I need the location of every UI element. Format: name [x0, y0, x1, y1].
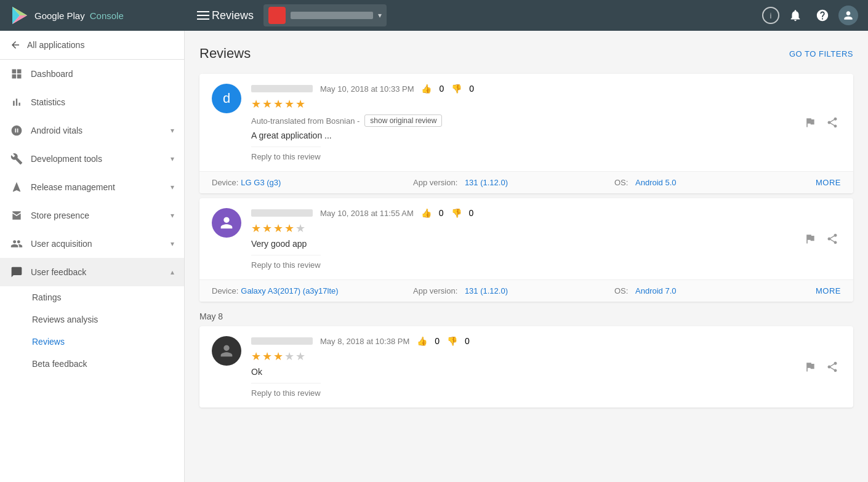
device-value-2: Galaxy A3(2017) (a3y17lte) — [241, 286, 338, 295]
review-text-3: Ok — [251, 367, 792, 377]
thumbs-up-icon-2: 👍 — [421, 208, 432, 218]
footer-os-2: OS: Android 7.0 — [614, 286, 816, 295]
review-header-1: May 10, 2018 at 10:33 PM 👍 0 👎 0 — [251, 84, 792, 94]
sidebar-sub-reviews[interactable]: Reviews — [0, 331, 184, 353]
page-header: Reviews GO TO FILTERS — [199, 46, 853, 62]
share-button-2[interactable] — [824, 230, 841, 250]
appversion-value-2: 131 (1.12.0) — [465, 286, 508, 295]
go-to-filters-button[interactable]: GO TO FILTERS — [789, 49, 853, 58]
star-2-1: ★ — [251, 222, 261, 235]
thumbs-down-icon-1: 👎 — [451, 84, 462, 94]
review-header-3: May 8, 2018 at 10:38 PM 👍 0 👎 0 — [251, 336, 792, 346]
notifications-button[interactable] — [784, 4, 806, 26]
avatar-icon — [842, 9, 854, 22]
hamburger-button[interactable] — [195, 9, 212, 22]
thumbs-up-count-1: 0 — [439, 84, 444, 94]
sidebar-item-user-feedback[interactable]: User feedback ▴ — [0, 258, 184, 286]
reviewer-avatar-2 — [212, 208, 241, 238]
info-button[interactable]: i — [762, 7, 779, 24]
translation-text-1: Auto-translated from Bosnian - — [251, 116, 360, 126]
flag-button-3[interactable] — [802, 358, 819, 378]
back-to-all-apps[interactable]: All applications — [0, 31, 184, 60]
translation-row-1: Auto-translated from Bosnian - show orig… — [251, 114, 792, 127]
review-card-2: May 10, 2018 at 11:55 AM 👍 0 👎 0 ★ ★ ★ ★… — [199, 198, 853, 302]
sidebar-item-release-management[interactable]: Release management ▾ — [0, 173, 184, 201]
chevron-down-icon-2: ▾ — [171, 155, 174, 163]
review-card-1: d May 10, 2018 at 10:33 PM 👍 0 👎 0 ★ ★ ★ — [199, 74, 853, 193]
sidebar-sub-reviews-analysis[interactable]: Reviews analysis — [0, 308, 184, 331]
review-actions-3 — [802, 336, 841, 398]
star-2-4: ★ — [284, 222, 294, 235]
reply-link-1[interactable]: Reply to this review — [251, 147, 321, 161]
star-2-5: ★ — [295, 222, 305, 235]
sidebar-statistics-label: Statistics — [31, 97, 174, 107]
app-icon — [268, 7, 286, 24]
share-icon-1 — [826, 116, 838, 129]
review-main-1: d May 10, 2018 at 10:33 PM 👍 0 👎 0 ★ ★ ★ — [199, 74, 853, 171]
date-separator-may8: May 8 — [199, 311, 853, 321]
stars-row-3: ★ ★ ★ ★ ★ — [251, 350, 792, 363]
device-label-1: Device: — [212, 178, 238, 187]
footer-os-1: OS: Android 5.0 — [614, 178, 816, 187]
sidebar-item-statistics[interactable]: Statistics — [0, 88, 184, 116]
more-button-1[interactable]: MORE — [816, 178, 841, 187]
review-card-3: May 8, 2018 at 10:38 PM 👍 0 👎 0 ★ ★ ★ ★ … — [199, 326, 853, 408]
reply-link-3[interactable]: Reply to this review — [251, 383, 321, 398]
stars-row-2: ★ ★ ★ ★ ★ — [251, 222, 792, 235]
chevron-down-icon: ▾ — [171, 126, 174, 135]
flag-icon-2 — [804, 233, 816, 245]
show-original-button-1[interactable]: show original review — [364, 114, 442, 127]
sidebar-item-development-tools[interactable]: Development tools ▾ — [0, 145, 184, 173]
flag-button-2[interactable] — [802, 230, 819, 250]
sidebar-item-user-acquisition[interactable]: User acquisition ▾ — [0, 230, 184, 258]
star-3-1: ★ — [251, 350, 261, 363]
header-icons: i — [762, 4, 858, 26]
reply-link-2[interactable]: Reply to this review — [251, 255, 321, 270]
thumbs-down-count-3: 0 — [465, 336, 470, 346]
user-avatar-button[interactable] — [838, 6, 858, 25]
review-text-2: Very good app — [251, 239, 792, 249]
review-content-3: May 8, 2018 at 10:38 PM 👍 0 👎 0 ★ ★ ★ ★ … — [251, 336, 792, 398]
thumbs-down-icon-2: 👎 — [451, 208, 462, 218]
device-value-1: LG G3 (g3) — [241, 178, 281, 187]
sidebar-android-vitals-label: Android vitals — [31, 126, 163, 135]
device-label-2: Device: — [212, 286, 238, 295]
appversion-label-1: App version: — [413, 178, 457, 187]
grid-icon — [10, 67, 23, 81]
help-button[interactable] — [811, 4, 834, 26]
share-button-1[interactable] — [824, 114, 841, 134]
pulse-icon — [10, 124, 23, 137]
store-icon — [10, 209, 23, 222]
review-content-2: May 10, 2018 at 11:55 AM 👍 0 👎 0 ★ ★ ★ ★… — [251, 208, 792, 270]
review-footer-2: Device: Galaxy A3(2017) (a3y17lte) App v… — [199, 279, 853, 302]
sidebar-sub-beta-feedback[interactable]: Beta feedback — [0, 353, 184, 375]
share-button-3[interactable] — [824, 358, 841, 378]
more-button-2[interactable]: MORE — [816, 286, 841, 295]
reviewer-name-blurred-2 — [251, 209, 313, 217]
star-1: ★ — [251, 97, 261, 111]
sidebar-dev-tools-label: Development tools — [31, 154, 163, 164]
os-label-1: OS: — [614, 178, 628, 187]
top-header: Google Play Console Reviews ▾ i — [0, 0, 868, 31]
share-icon-2 — [826, 233, 838, 245]
sidebar-item-store-presence[interactable]: Store presence ▾ — [0, 201, 184, 230]
sidebar-item-dashboard[interactable]: Dashboard — [0, 60, 184, 88]
star-4: ★ — [284, 97, 294, 111]
flag-button-1[interactable] — [802, 114, 819, 134]
star-3-5: ★ — [295, 350, 305, 363]
star-2: ★ — [262, 97, 272, 111]
review-date-1: May 10, 2018 at 10:33 PM — [320, 84, 414, 94]
review-footer-1: Device: LG G3 (g3) App version: 131 (1.1… — [199, 171, 853, 193]
dropdown-arrow-icon: ▾ — [378, 11, 382, 20]
logo-console-text: Console — [90, 10, 124, 21]
sidebar-item-android-vitals[interactable]: Android vitals ▾ — [0, 116, 184, 145]
content-area: Reviews GO TO FILTERS d May 10, 2018 at … — [185, 31, 868, 482]
person-icon-3 — [218, 342, 235, 359]
bar-chart-icon — [10, 95, 23, 109]
footer-device-1: Device: LG G3 (g3) — [212, 178, 413, 187]
star-3-2: ★ — [262, 350, 272, 363]
app-selector[interactable]: ▾ — [263, 4, 387, 26]
sidebar-sub-ratings[interactable]: Ratings — [0, 286, 184, 308]
review-date-3: May 8, 2018 at 10:38 PM — [320, 337, 409, 346]
chat-icon — [10, 265, 23, 279]
